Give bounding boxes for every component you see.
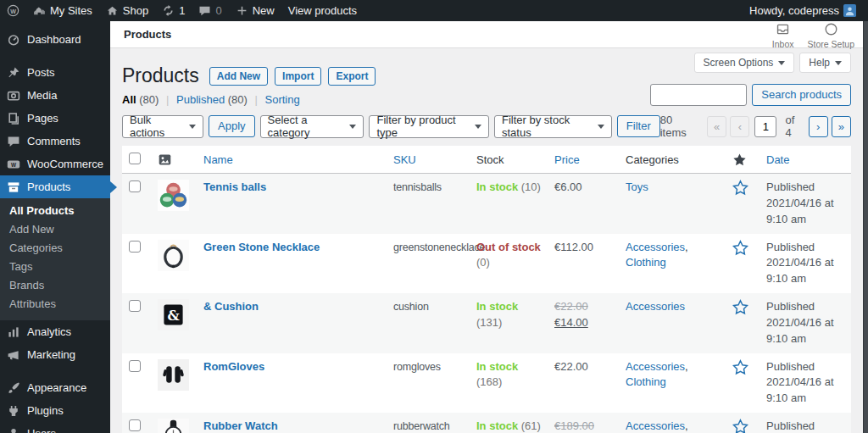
featured-star-icon[interactable]	[732, 425, 748, 433]
featured-star-icon[interactable]	[732, 246, 748, 258]
next-page-button[interactable]: ›	[809, 116, 828, 137]
featured-star-icon[interactable]	[732, 305, 748, 318]
submenu-item-categories[interactable]: Categories	[0, 239, 110, 258]
product-type-select[interactable]: Filter by product type	[369, 115, 488, 138]
row-checkbox[interactable]	[129, 241, 141, 253]
shop-menu[interactable]: Shop	[99, 0, 155, 21]
export-button[interactable]: Export	[328, 67, 376, 86]
submenu-item-tags[interactable]: Tags	[0, 258, 110, 276]
store-setup-button[interactable]: Store Setup	[808, 20, 854, 49]
sidebar-item-plugins[interactable]: Plugins	[0, 399, 110, 422]
prev-page-button[interactable]: ‹	[730, 116, 749, 137]
my-sites-menu[interactable]: My Sites	[26, 0, 99, 21]
items-count: 80 items	[660, 114, 697, 139]
updates-menu[interactable]: 1	[155, 0, 192, 21]
product-name-link[interactable]: Green Stone Necklace	[203, 241, 320, 253]
wc-breadcrumb: Products	[124, 28, 171, 41]
category-select[interactable]: Select a category	[260, 115, 364, 138]
featured-star-icon[interactable]	[732, 186, 748, 198]
sidebar-item-appearance[interactable]: Appearance	[0, 376, 110, 399]
select-all-checkbox[interactable]	[129, 153, 141, 164]
new-menu[interactable]: New	[229, 0, 281, 21]
import-button[interactable]: Import	[275, 67, 321, 86]
sidebar-item-posts[interactable]: Posts	[0, 61, 110, 84]
category-link[interactable]: Accessories	[626, 419, 685, 432]
sidebar-item-analytics[interactable]: Analytics	[0, 320, 110, 343]
first-page-button[interactable]: «	[707, 116, 726, 137]
category-link[interactable]: Accessories	[626, 360, 685, 373]
tennis-balls-thumbnail[interactable]	[158, 180, 189, 211]
category-link[interactable]: Clothing	[626, 375, 666, 388]
column-header-sku[interactable]: SKU	[387, 146, 470, 174]
sidebar-item-label: Appearance	[27, 381, 86, 394]
help-button[interactable]: Help	[799, 53, 851, 73]
current-page-input[interactable]	[754, 116, 776, 137]
last-page-button[interactable]: »	[832, 116, 851, 137]
product-name-link[interactable]: Rubber Watch	[203, 419, 278, 432]
sidebar-item-media[interactable]: Media	[0, 84, 110, 107]
view-sorting-link[interactable]: Sorting	[265, 93, 300, 106]
row-categories-cell: Accessories, Clothing	[619, 234, 726, 294]
add-new-button[interactable]: Add New	[209, 67, 268, 86]
row-featured-cell	[726, 413, 760, 433]
sidebar-item-products[interactable]: Products	[0, 175, 110, 198]
products-icon	[6, 180, 20, 194]
product-price: €6.00	[554, 180, 582, 193]
product-name-link[interactable]: & Cushion	[203, 300, 259, 313]
apply-button[interactable]: Apply	[209, 115, 255, 137]
sidebar-item-pages[interactable]: Pages	[0, 107, 110, 130]
row-stock-cell: Out of stock (0)	[470, 234, 548, 294]
column-header-price[interactable]: Price	[548, 146, 619, 174]
watch-thumbnail[interactable]	[158, 419, 189, 433]
sidebar-item-comments[interactable]: Comments	[0, 130, 110, 153]
stock-status-select[interactable]: Filter by stock status	[494, 115, 612, 138]
category-link[interactable]: Clothing	[626, 256, 666, 269]
row-date-cell: Published2021/04/16 at 9:10 am	[760, 413, 851, 433]
row-checkbox[interactable]	[129, 180, 141, 192]
account-menu[interactable]: Howdy, codepress	[743, 0, 863, 21]
row-categories-cell: Accessories, Clothing	[619, 353, 726, 414]
view-all-link[interactable]: All	[122, 93, 136, 106]
column-header-name[interactable]: Name	[197, 146, 387, 174]
screen-options-button[interactable]: Screen Options	[694, 53, 795, 73]
column-header-date[interactable]: Date	[760, 146, 851, 174]
filter-button[interactable]: Filter	[617, 115, 660, 137]
row-checkbox[interactable]	[129, 300, 141, 312]
category-link[interactable]: Accessories	[626, 241, 685, 253]
row-sku-cell: greenstonenecklace	[387, 234, 470, 294]
product-price: €22.00	[554, 360, 588, 373]
sidebar-item-users[interactable]: Users	[0, 422, 110, 433]
gloves-thumbnail[interactable]	[158, 359, 189, 391]
product-name-link[interactable]: Tennis balls	[203, 180, 266, 193]
row-checkbox[interactable]	[129, 419, 141, 431]
row-price-cell: €189.00€179.00	[548, 413, 619, 433]
scrollbar[interactable]	[863, 21, 868, 433]
cushion-thumbnail[interactable]: &	[158, 299, 189, 330]
row-stock-cell: In stock (168)	[470, 353, 548, 414]
sidebar-item-marketing[interactable]: Marketing	[0, 343, 110, 366]
necklace-thumbnail[interactable]	[158, 240, 189, 271]
category-link[interactable]: Accessories	[626, 300, 685, 313]
submenu-item-attributes[interactable]: Attributes	[0, 295, 110, 314]
comment-bubble-icon	[198, 4, 211, 17]
row-checkbox[interactable]	[129, 360, 141, 372]
submenu-item-brands[interactable]: Brands	[0, 276, 110, 295]
publish-date: 2021/04/16 at 9:10 am	[766, 196, 844, 228]
product-name-link[interactable]: RomGloves	[203, 360, 264, 373]
inbox-button[interactable]: Inbox	[772, 20, 794, 49]
wordpress-logo-menu[interactable]: W	[0, 0, 26, 21]
bulk-actions-select[interactable]: Bulk actions	[122, 115, 203, 138]
howdy-text: Howdy, codepress	[749, 4, 839, 17]
view-published-link[interactable]: Published	[176, 93, 225, 106]
search-input[interactable]	[650, 84, 747, 106]
sidebar-item-woocommerce[interactable]: WWooCommerce	[0, 153, 110, 175]
submenu-item-add-new[interactable]: Add New	[0, 220, 110, 239]
category-link[interactable]: Toys	[626, 180, 648, 193]
sidebar-item-dashboard[interactable]: Dashboard	[0, 28, 110, 51]
view-products-link[interactable]: View products	[281, 0, 364, 21]
featured-star-icon[interactable]	[732, 365, 748, 378]
search-products-button[interactable]: Search products	[752, 84, 851, 106]
comments-menu[interactable]: 0	[192, 0, 228, 21]
submenu-item-all-products[interactable]: All Products	[0, 202, 110, 220]
publish-status: Published	[766, 240, 844, 256]
